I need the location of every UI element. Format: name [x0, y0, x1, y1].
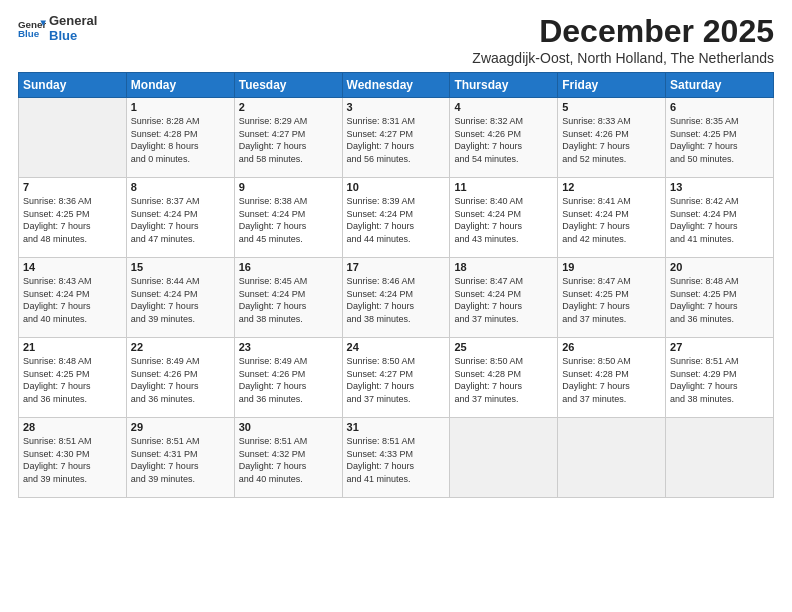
- day-info: Sunrise: 8:48 AM Sunset: 4:25 PM Dayligh…: [670, 275, 769, 325]
- table-row: 7Sunrise: 8:36 AM Sunset: 4:25 PM Daylig…: [19, 178, 127, 258]
- day-info: Sunrise: 8:50 AM Sunset: 4:28 PM Dayligh…: [454, 355, 553, 405]
- table-row: 15Sunrise: 8:44 AM Sunset: 4:24 PM Dayli…: [126, 258, 234, 338]
- day-info: Sunrise: 8:51 AM Sunset: 4:32 PM Dayligh…: [239, 435, 338, 485]
- col-saturday: Saturday: [666, 73, 774, 98]
- table-row: 26Sunrise: 8:50 AM Sunset: 4:28 PM Dayli…: [558, 338, 666, 418]
- day-number: 11: [454, 181, 553, 193]
- day-info: Sunrise: 8:40 AM Sunset: 4:24 PM Dayligh…: [454, 195, 553, 245]
- table-row: 29Sunrise: 8:51 AM Sunset: 4:31 PM Dayli…: [126, 418, 234, 498]
- day-info: Sunrise: 8:41 AM Sunset: 4:24 PM Dayligh…: [562, 195, 661, 245]
- table-row: 24Sunrise: 8:50 AM Sunset: 4:27 PM Dayli…: [342, 338, 450, 418]
- day-number: 3: [347, 101, 446, 113]
- table-row: 18Sunrise: 8:47 AM Sunset: 4:24 PM Dayli…: [450, 258, 558, 338]
- day-number: 25: [454, 341, 553, 353]
- day-info: Sunrise: 8:50 AM Sunset: 4:28 PM Dayligh…: [562, 355, 661, 405]
- day-info: Sunrise: 8:51 AM Sunset: 4:31 PM Dayligh…: [131, 435, 230, 485]
- day-number: 24: [347, 341, 446, 353]
- calendar-subtitle: Zwaagdijk-Oost, North Holland, The Nethe…: [472, 50, 774, 66]
- day-info: Sunrise: 8:45 AM Sunset: 4:24 PM Dayligh…: [239, 275, 338, 325]
- col-wednesday: Wednesday: [342, 73, 450, 98]
- table-row: 12Sunrise: 8:41 AM Sunset: 4:24 PM Dayli…: [558, 178, 666, 258]
- calendar-header-row: Sunday Monday Tuesday Wednesday Thursday…: [19, 73, 774, 98]
- table-row: 11Sunrise: 8:40 AM Sunset: 4:24 PM Dayli…: [450, 178, 558, 258]
- day-number: 21: [23, 341, 122, 353]
- day-info: Sunrise: 8:50 AM Sunset: 4:27 PM Dayligh…: [347, 355, 446, 405]
- day-info: Sunrise: 8:31 AM Sunset: 4:27 PM Dayligh…: [347, 115, 446, 165]
- day-info: Sunrise: 8:51 AM Sunset: 4:29 PM Dayligh…: [670, 355, 769, 405]
- table-row: 5Sunrise: 8:33 AM Sunset: 4:26 PM Daylig…: [558, 98, 666, 178]
- day-number: 26: [562, 341, 661, 353]
- day-number: 23: [239, 341, 338, 353]
- day-info: Sunrise: 8:28 AM Sunset: 4:28 PM Dayligh…: [131, 115, 230, 165]
- table-row: 27Sunrise: 8:51 AM Sunset: 4:29 PM Dayli…: [666, 338, 774, 418]
- table-row: 14Sunrise: 8:43 AM Sunset: 4:24 PM Dayli…: [19, 258, 127, 338]
- day-number: 5: [562, 101, 661, 113]
- table-row: 17Sunrise: 8:46 AM Sunset: 4:24 PM Dayli…: [342, 258, 450, 338]
- table-row: 3Sunrise: 8:31 AM Sunset: 4:27 PM Daylig…: [342, 98, 450, 178]
- logo: General Blue General Blue: [18, 14, 97, 44]
- day-info: Sunrise: 8:51 AM Sunset: 4:30 PM Dayligh…: [23, 435, 122, 485]
- table-row: 20Sunrise: 8:48 AM Sunset: 4:25 PM Dayli…: [666, 258, 774, 338]
- header: General Blue General Blue December 2025 …: [18, 14, 774, 66]
- table-row: [558, 418, 666, 498]
- day-number: 1: [131, 101, 230, 113]
- day-number: 17: [347, 261, 446, 273]
- table-row: 19Sunrise: 8:47 AM Sunset: 4:25 PM Dayli…: [558, 258, 666, 338]
- day-number: 8: [131, 181, 230, 193]
- table-row: 4Sunrise: 8:32 AM Sunset: 4:26 PM Daylig…: [450, 98, 558, 178]
- table-row: 21Sunrise: 8:48 AM Sunset: 4:25 PM Dayli…: [19, 338, 127, 418]
- table-row: 31Sunrise: 8:51 AM Sunset: 4:33 PM Dayli…: [342, 418, 450, 498]
- day-number: 22: [131, 341, 230, 353]
- table-row: [450, 418, 558, 498]
- day-number: 18: [454, 261, 553, 273]
- day-info: Sunrise: 8:29 AM Sunset: 4:27 PM Dayligh…: [239, 115, 338, 165]
- logo-blue-text: Blue: [49, 29, 97, 44]
- day-number: 20: [670, 261, 769, 273]
- day-info: Sunrise: 8:43 AM Sunset: 4:24 PM Dayligh…: [23, 275, 122, 325]
- calendar-table: Sunday Monday Tuesday Wednesday Thursday…: [18, 72, 774, 498]
- table-row: 10Sunrise: 8:39 AM Sunset: 4:24 PM Dayli…: [342, 178, 450, 258]
- day-info: Sunrise: 8:49 AM Sunset: 4:26 PM Dayligh…: [239, 355, 338, 405]
- calendar-week-row: 21Sunrise: 8:48 AM Sunset: 4:25 PM Dayli…: [19, 338, 774, 418]
- table-row: 25Sunrise: 8:50 AM Sunset: 4:28 PM Dayli…: [450, 338, 558, 418]
- col-sunday: Sunday: [19, 73, 127, 98]
- col-monday: Monday: [126, 73, 234, 98]
- day-info: Sunrise: 8:51 AM Sunset: 4:33 PM Dayligh…: [347, 435, 446, 485]
- day-number: 31: [347, 421, 446, 433]
- day-number: 14: [23, 261, 122, 273]
- logo-general-text: General: [49, 14, 97, 29]
- logo-icon: General Blue: [18, 15, 46, 43]
- day-info: Sunrise: 8:49 AM Sunset: 4:26 PM Dayligh…: [131, 355, 230, 405]
- calendar-week-row: 1Sunrise: 8:28 AM Sunset: 4:28 PM Daylig…: [19, 98, 774, 178]
- day-info: Sunrise: 8:32 AM Sunset: 4:26 PM Dayligh…: [454, 115, 553, 165]
- day-info: Sunrise: 8:42 AM Sunset: 4:24 PM Dayligh…: [670, 195, 769, 245]
- table-row: 9Sunrise: 8:38 AM Sunset: 4:24 PM Daylig…: [234, 178, 342, 258]
- table-row: [666, 418, 774, 498]
- day-number: 16: [239, 261, 338, 273]
- col-friday: Friday: [558, 73, 666, 98]
- day-number: 10: [347, 181, 446, 193]
- calendar-week-row: 14Sunrise: 8:43 AM Sunset: 4:24 PM Dayli…: [19, 258, 774, 338]
- day-info: Sunrise: 8:33 AM Sunset: 4:26 PM Dayligh…: [562, 115, 661, 165]
- table-row: 2Sunrise: 8:29 AM Sunset: 4:27 PM Daylig…: [234, 98, 342, 178]
- table-row: 16Sunrise: 8:45 AM Sunset: 4:24 PM Dayli…: [234, 258, 342, 338]
- day-number: 19: [562, 261, 661, 273]
- day-number: 2: [239, 101, 338, 113]
- day-number: 28: [23, 421, 122, 433]
- day-number: 29: [131, 421, 230, 433]
- day-info: Sunrise: 8:44 AM Sunset: 4:24 PM Dayligh…: [131, 275, 230, 325]
- day-info: Sunrise: 8:39 AM Sunset: 4:24 PM Dayligh…: [347, 195, 446, 245]
- table-row: 8Sunrise: 8:37 AM Sunset: 4:24 PM Daylig…: [126, 178, 234, 258]
- day-number: 7: [23, 181, 122, 193]
- calendar-week-row: 28Sunrise: 8:51 AM Sunset: 4:30 PM Dayli…: [19, 418, 774, 498]
- day-info: Sunrise: 8:48 AM Sunset: 4:25 PM Dayligh…: [23, 355, 122, 405]
- calendar-week-row: 7Sunrise: 8:36 AM Sunset: 4:25 PM Daylig…: [19, 178, 774, 258]
- day-info: Sunrise: 8:36 AM Sunset: 4:25 PM Dayligh…: [23, 195, 122, 245]
- day-number: 6: [670, 101, 769, 113]
- table-row: 23Sunrise: 8:49 AM Sunset: 4:26 PM Dayli…: [234, 338, 342, 418]
- day-number: 27: [670, 341, 769, 353]
- col-thursday: Thursday: [450, 73, 558, 98]
- svg-text:Blue: Blue: [18, 28, 40, 39]
- day-info: Sunrise: 8:46 AM Sunset: 4:24 PM Dayligh…: [347, 275, 446, 325]
- col-tuesday: Tuesday: [234, 73, 342, 98]
